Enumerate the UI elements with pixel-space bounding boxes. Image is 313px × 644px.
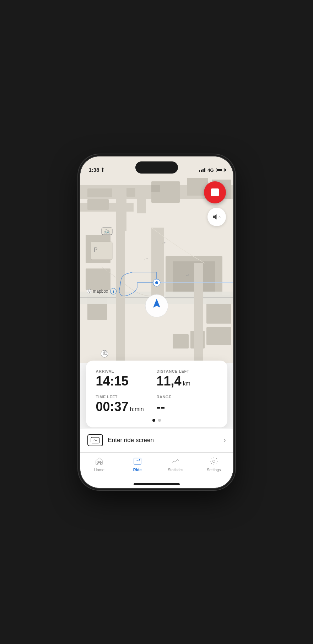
- svg-text:→: →: [184, 271, 191, 278]
- status-icons: 4G: [199, 167, 224, 173]
- svg-point-50: [139, 459, 140, 461]
- tab-settings[interactable]: Settings: [195, 456, 233, 472]
- settings-icon: [209, 456, 219, 466]
- nav-dot-1[interactable]: [152, 419, 155, 422]
- distance-value: 11,4 km: [157, 375, 217, 388]
- svg-rect-18: [206, 327, 231, 345]
- mute-icon: [212, 213, 221, 221]
- nav-pagination: [96, 419, 217, 422]
- enter-ride-row[interactable]: Enter ride screen ›: [80, 428, 233, 452]
- time-left-item: TIME LEFT 00:37 h:min: [96, 395, 157, 413]
- status-time: 1:38: [89, 167, 104, 173]
- time-left-label: TIME LEFT: [96, 395, 157, 399]
- svg-rect-3: [116, 185, 126, 231]
- home-indicator: [134, 483, 180, 485]
- enter-ride-label: Enter ride screen: [108, 437, 219, 444]
- nav-dot-2[interactable]: [158, 419, 161, 422]
- svg-rect-4: [137, 185, 146, 213]
- map-attribution: © mapbox i: [87, 288, 117, 294]
- mapbox-logo: © mapbox: [87, 289, 108, 294]
- tab-ride[interactable]: Ride: [118, 456, 157, 472]
- svg-text:©: ©: [88, 289, 91, 294]
- arrival-label: ARRIVAL: [96, 369, 157, 373]
- statistics-icon: [171, 456, 180, 466]
- time-left-value: 00:37 h:min: [96, 400, 157, 413]
- range-label: RANGE: [157, 395, 217, 399]
- range-value: --: [157, 400, 217, 413]
- svg-rect-20: [173, 334, 189, 348]
- svg-text:P: P: [94, 247, 98, 253]
- dynamic-island: [135, 161, 178, 174]
- distance-unit: km: [183, 381, 190, 387]
- tab-statistics[interactable]: Statistics: [157, 456, 195, 472]
- svg-rect-6: [87, 199, 109, 210]
- home-icon: [94, 456, 104, 466]
- ride-icon: [133, 456, 142, 466]
- home-tab-label: Home: [94, 468, 104, 472]
- enter-ride-chevron: ›: [224, 436, 226, 444]
- ride-tab-label: Ride: [133, 468, 142, 472]
- stop-button[interactable]: [204, 181, 226, 203]
- svg-rect-25: [116, 228, 125, 363]
- network-label: 4G: [207, 167, 214, 173]
- statistics-tab-label: Statistics: [168, 468, 183, 472]
- nav-card: ARRIVAL 14:15 DISTANCE LEFT 11,4 km TIME…: [86, 361, 227, 427]
- info-icon[interactable]: i: [110, 288, 117, 294]
- svg-text:©: ©: [103, 350, 107, 356]
- stop-square-icon: [211, 188, 219, 196]
- svg-rect-15: [86, 268, 110, 290]
- phone-screen: 1:38 4G: [80, 156, 233, 488]
- svg-rect-24: [151, 228, 164, 299]
- ride-screen-icon: [87, 434, 103, 446]
- svg-rect-11: [151, 185, 160, 192]
- settings-tab-label: Settings: [207, 468, 221, 472]
- range-item: RANGE --: [157, 395, 217, 413]
- nav-card-grid: ARRIVAL 14:15 DISTANCE LEFT 11,4 km TIME…: [96, 369, 217, 413]
- time-left-unit: h:min: [130, 406, 144, 412]
- svg-point-51: [212, 460, 215, 462]
- signal-icon: [199, 168, 205, 172]
- tab-home[interactable]: Home: [80, 456, 119, 472]
- battery-icon: [216, 168, 225, 172]
- svg-point-34: [155, 281, 158, 284]
- arrival-item: ARRIVAL 14:15: [96, 369, 157, 388]
- svg-rect-7: [126, 188, 135, 197]
- mute-button[interactable]: [207, 208, 226, 226]
- tab-bar: Home Ride: [80, 452, 233, 488]
- svg-text:🚲: 🚲: [103, 228, 110, 234]
- svg-rect-49: [134, 458, 141, 464]
- phone-frame: 1:38 4G: [80, 156, 233, 488]
- svg-rect-5: [87, 188, 112, 197]
- svg-rect-26: [194, 263, 203, 363]
- arrival-value: 14:15: [96, 375, 157, 388]
- distance-item: DISTANCE LEFT 11,4 km: [157, 369, 217, 388]
- distance-label: DISTANCE LEFT: [157, 369, 217, 373]
- map-area[interactable]: P 🚲: [80, 156, 233, 363]
